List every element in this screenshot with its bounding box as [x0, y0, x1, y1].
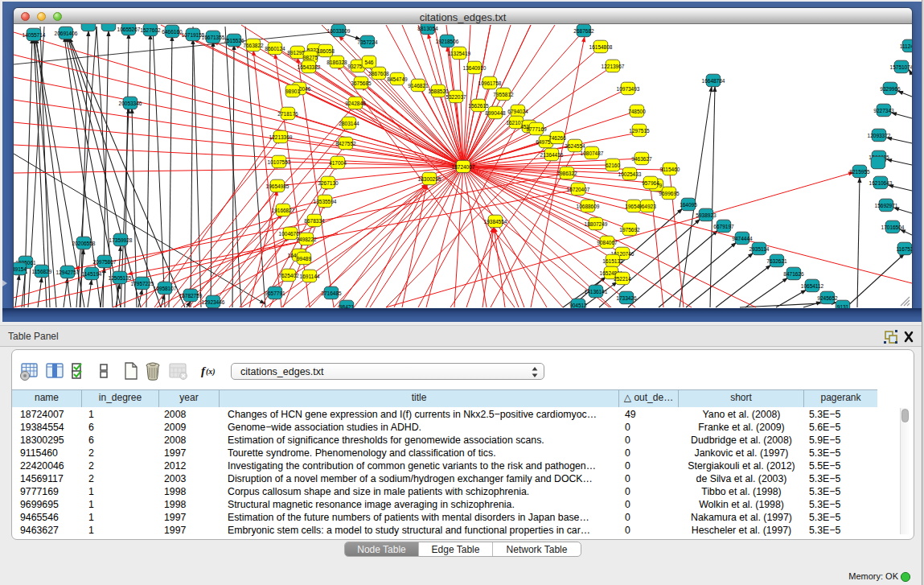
svg-text:2718176: 2718176 [277, 111, 298, 117]
svg-text:186058: 186058 [317, 48, 335, 54]
svg-text:19218506: 19218506 [436, 39, 459, 44]
svg-text:957964: 957964 [642, 180, 659, 186]
svg-text:8454749: 8454749 [387, 76, 408, 82]
svg-text:19384554: 19384554 [484, 219, 507, 225]
svg-text:9084067: 9084067 [597, 240, 618, 245]
svg-text:6466160: 6466160 [162, 29, 183, 35]
svg-text:16033809: 16033809 [327, 28, 351, 34]
svg-text:9699695: 9699695 [659, 191, 680, 196]
svg-text:6794024: 6794024 [507, 109, 528, 114]
svg-text:16154808: 16154808 [589, 44, 613, 50]
svg-text:10655267: 10655267 [117, 27, 141, 32]
svg-text:10973493: 10973493 [617, 86, 640, 92]
svg-text:10654112: 10654112 [801, 283, 824, 289]
svg-text:1615132: 1615132 [602, 258, 623, 264]
svg-text:9474444: 9474444 [732, 236, 753, 241]
svg-text:1527602: 1527602 [140, 27, 161, 33]
svg-text:10807487: 10807487 [581, 150, 604, 156]
svg-text:2935114: 2935114 [749, 246, 770, 252]
svg-text:1733426: 1733426 [616, 295, 637, 301]
svg-text:3675685: 3675685 [351, 80, 372, 86]
svg-text:62160: 62160 [606, 163, 620, 168]
svg-text:12923446: 12923446 [202, 299, 225, 305]
svg-text:748500: 748500 [628, 109, 646, 114]
svg-text:98275: 98275 [303, 55, 318, 60]
svg-text:1691144: 1691144 [300, 274, 320, 279]
svg-text:10046708: 10046708 [279, 231, 302, 237]
svg-text:8471626: 8471626 [783, 271, 804, 277]
svg-text:15692971: 15692971 [875, 203, 898, 208]
svg-text:8660124: 8660124 [265, 46, 285, 51]
svg-text:116753: 116753 [896, 246, 912, 252]
svg-text:(x): (x) [206, 367, 216, 377]
svg-text:12942757: 12942757 [56, 270, 80, 275]
svg-text:7515526: 7515526 [224, 38, 244, 43]
svg-text:8678334: 8678334 [304, 218, 325, 224]
svg-text:417004: 417004 [329, 160, 347, 166]
svg-text:252214: 252214 [614, 276, 631, 282]
svg-text:9146821: 9146821 [408, 83, 429, 89]
svg-text:2803144: 2803144 [339, 121, 359, 126]
svg-text:9329966: 9329966 [880, 86, 901, 92]
svg-text:1156829: 1156829 [32, 269, 52, 274]
svg-text:9115460: 9115460 [660, 167, 680, 172]
svg-text:12093372: 12093372 [868, 133, 891, 138]
svg-text:18724007: 18724007 [452, 164, 475, 170]
svg-text:17957225: 17957225 [131, 281, 154, 286]
svg-text:9777169: 9777169 [526, 126, 547, 132]
svg-text:14055714: 14055714 [23, 32, 46, 38]
svg-text:20053346: 20053346 [119, 101, 142, 106]
svg-text:2687682: 2687682 [573, 28, 594, 34]
svg-text:1112473: 1112473 [900, 43, 912, 49]
svg-text:98901: 98901 [285, 89, 300, 94]
svg-text:19654985: 19654985 [266, 183, 290, 189]
svg-text:9227343: 9227343 [873, 108, 894, 113]
svg-text:8990448: 8990448 [485, 110, 506, 116]
svg-text:1588520: 1588520 [428, 89, 449, 94]
svg-text:19166827: 19166827 [272, 208, 295, 213]
svg-text:8215955: 8215955 [849, 169, 870, 175]
svg-text:20206558: 20206558 [72, 241, 96, 246]
svg-text:12505135: 12505135 [109, 275, 132, 281]
svg-text:10961758: 10961758 [478, 80, 502, 86]
svg-text:16671355: 16671355 [202, 35, 225, 40]
svg-text:3267130: 3267130 [318, 180, 339, 186]
svg-text:9242848: 9242848 [345, 101, 366, 106]
svg-text:1975692: 1975692 [619, 227, 640, 233]
svg-text:1145194: 1145194 [82, 271, 102, 277]
svg-text:13535594: 13535594 [314, 199, 337, 204]
svg-text:7986322: 7986322 [556, 171, 577, 176]
svg-text:13640910: 13640910 [463, 65, 487, 71]
svg-text:18807249: 18807249 [585, 221, 608, 227]
svg-text:5938923: 5938923 [696, 212, 717, 218]
svg-text:15720407: 15720407 [567, 187, 590, 192]
svg-text:17359928: 17359928 [109, 237, 133, 243]
svg-text:8427552: 8427552 [335, 141, 356, 146]
svg-text:964923: 964923 [639, 204, 656, 209]
svg-text:2867608: 2867608 [368, 71, 389, 76]
svg-text:16210643: 16210643 [869, 180, 893, 186]
svg-text:7625402: 7625402 [278, 273, 299, 278]
svg-text:12213369: 12213369 [269, 134, 293, 140]
svg-text:6679197: 6679197 [713, 224, 734, 229]
svg-text:20691406: 20691406 [55, 31, 78, 36]
svg-text:14136141: 14136141 [585, 289, 608, 295]
svg-text:7632621: 7632621 [766, 258, 787, 264]
svg-text:15751074: 15751074 [890, 64, 912, 70]
svg-text:10107553: 10107553 [268, 159, 291, 165]
svg-text:7663822: 7663822 [243, 43, 264, 48]
svg-text:546: 546 [365, 60, 374, 65]
svg-text:9245652: 9245652 [817, 295, 838, 301]
svg-text:3716485: 3716485 [321, 290, 342, 296]
svg-text:10025433: 10025433 [618, 171, 642, 177]
svg-text:99489: 99489 [297, 256, 311, 262]
svg-text:16782759: 16782759 [179, 293, 203, 299]
svg-text:21364436: 21364436 [540, 152, 564, 158]
svg-text:18300295: 18300295 [418, 176, 441, 182]
svg-text:39154: 39154 [14, 266, 27, 272]
svg-text:12213967: 12213967 [602, 64, 625, 69]
svg-text:10958107: 10958107 [154, 286, 177, 291]
svg-text:904512: 904512 [569, 303, 587, 308]
svg-text:11325419: 11325419 [448, 51, 471, 56]
svg-text:9498222: 9498222 [296, 237, 317, 242]
